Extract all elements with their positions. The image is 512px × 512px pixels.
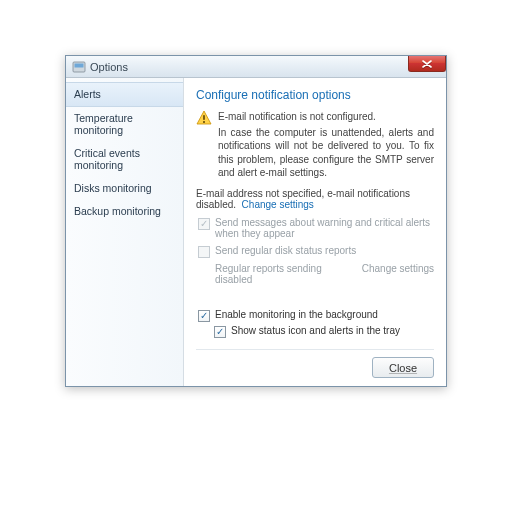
check-send-warning: Send messages about warning and critical…	[198, 217, 434, 239]
check-enable-background[interactable]: Enable monitoring in the background	[198, 309, 434, 322]
svg-point-3	[203, 121, 205, 123]
sidebar: Alerts Temperature monitoring Critical e…	[66, 78, 184, 386]
sidebar-item-disks[interactable]: Disks monitoring	[66, 177, 183, 200]
sidebar-item-backup[interactable]: Backup monitoring	[66, 200, 183, 223]
check-label: Send messages about warning and critical…	[215, 217, 434, 239]
email-status-row: E-mail address not specified, e-mail not…	[196, 188, 434, 210]
svg-rect-1	[75, 63, 84, 67]
close-icon	[422, 60, 432, 68]
checkbox[interactable]	[198, 310, 210, 322]
reports-sub-row: Regular reports sending disabled Change …	[215, 263, 434, 285]
button-bar: Close	[196, 349, 434, 378]
titlebar[interactable]: Options	[66, 56, 446, 78]
bottom-checks: Enable monitoring in the background Show…	[196, 306, 434, 341]
check-send-reports: Send regular disk status reports	[198, 245, 434, 258]
checkbox[interactable]	[214, 326, 226, 338]
sidebar-item-critical-events[interactable]: Critical events monitoring	[66, 142, 183, 177]
svg-rect-2	[203, 115, 205, 120]
warning-icon	[196, 110, 212, 126]
sidebar-item-label: Backup monitoring	[74, 205, 161, 217]
button-label: Close	[389, 362, 417, 374]
main-panel: Configure notification options E-mail no…	[184, 78, 446, 386]
sidebar-item-alerts[interactable]: Alerts	[66, 82, 183, 107]
check-label: Show status icon and alerts in the tray	[231, 325, 400, 336]
change-settings-link[interactable]: Change settings	[242, 199, 314, 210]
sidebar-item-label: Alerts	[74, 88, 101, 100]
check-show-tray[interactable]: Show status icon and alerts in the tray	[214, 325, 434, 338]
sidebar-item-label: Disks monitoring	[74, 182, 152, 194]
dialog-body: Alerts Temperature monitoring Critical e…	[66, 78, 446, 386]
checkbox	[198, 246, 210, 258]
warning-line1: E-mail notification is not configured.	[218, 110, 434, 124]
options-dialog: Options Alerts Temperature monitoring Cr…	[65, 55, 447, 387]
warning-block: E-mail notification is not configured. I…	[196, 110, 434, 180]
sidebar-item-label: Critical events monitoring	[74, 147, 140, 172]
sidebar-item-label: Temperature monitoring	[74, 112, 133, 137]
close-button[interactable]: Close	[372, 357, 434, 378]
warning-text: E-mail notification is not configured. I…	[218, 110, 434, 180]
check-label: Enable monitoring in the background	[215, 309, 378, 320]
reports-change-link-disabled: Change settings	[362, 263, 434, 285]
app-icon	[72, 60, 86, 74]
close-window-button[interactable]	[408, 56, 446, 72]
warning-line2: In case the computer is unattended, aler…	[218, 126, 434, 180]
check-label: Send regular disk status reports	[215, 245, 356, 256]
window-title: Options	[90, 61, 128, 73]
checkbox	[198, 218, 210, 230]
reports-sub-text: Regular reports sending disabled	[215, 263, 362, 285]
sidebar-item-temperature[interactable]: Temperature monitoring	[66, 107, 183, 142]
panel-heading: Configure notification options	[196, 88, 434, 102]
